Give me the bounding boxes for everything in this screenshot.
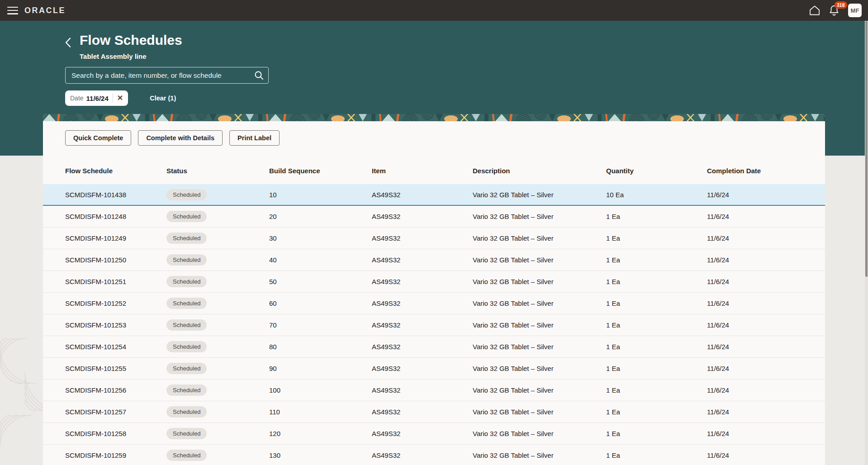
status-badge: Scheduled <box>166 319 207 331</box>
cell-status: Scheduled <box>166 406 269 418</box>
cell-status: Scheduled <box>166 254 269 266</box>
cell-description: Vario 32 GB Tablet – Silver <box>473 408 606 416</box>
cell-status: Scheduled <box>166 341 269 352</box>
cell-quantity: 1 Ea <box>606 321 707 329</box>
cell-description: Vario 32 GB Tablet – Silver <box>473 430 606 437</box>
page-subtitle: Tablet Assembly line <box>80 52 147 60</box>
notifications-bell-icon[interactable]: 318 <box>829 5 839 16</box>
table-row[interactable]: SCMDISFM-101258 Scheduled 120 AS49S32 Va… <box>43 423 825 445</box>
cell-build-sequence: 40 <box>269 256 372 264</box>
home-icon[interactable] <box>809 5 820 15</box>
clear-filters-link[interactable]: Clear (1) <box>150 95 176 102</box>
menu-icon[interactable] <box>7 7 18 14</box>
chip-divider <box>113 94 113 103</box>
cell-flow-schedule: SCMDISFM-101253 <box>65 321 166 329</box>
topbar: ORACLE 318 MF <box>0 0 868 21</box>
filter-chip-label: Date <box>70 95 84 102</box>
table-row[interactable]: SCMDISFM-101254 Scheduled 80 AS49S32 Var… <box>43 336 825 358</box>
col-quantity: Quantity <box>606 167 707 175</box>
cell-description: Vario 32 GB Tablet – Silver <box>473 386 606 394</box>
search-input[interactable] <box>65 67 269 84</box>
cell-description: Vario 32 GB Tablet – Silver <box>473 343 606 351</box>
cell-item: AS49S32 <box>372 191 473 199</box>
cell-quantity: 1 Ea <box>606 299 707 307</box>
close-icon[interactable]: ✕ <box>117 95 123 102</box>
cell-status: Scheduled <box>166 450 269 461</box>
cell-description: Vario 32 GB Tablet – Silver <box>473 299 606 307</box>
cell-quantity: 1 Ea <box>606 343 707 351</box>
cell-quantity: 10 Ea <box>606 191 707 199</box>
cell-description: Vario 32 GB Tablet – Silver <box>473 365 606 372</box>
page-title: Flow Schedules <box>80 33 182 48</box>
oracle-logo[interactable]: ORACLE <box>24 6 66 15</box>
cell-completion-date: 11/6/24 <box>707 408 825 416</box>
cell-quantity: 1 Ea <box>606 234 707 242</box>
cell-build-sequence: 110 <box>269 408 372 416</box>
table-row[interactable]: SCMDISFM-101253 Scheduled 70 AS49S32 Var… <box>43 314 825 336</box>
cell-quantity: 1 Ea <box>606 408 707 416</box>
cell-flow-schedule: SCMDISFM-101255 <box>65 365 166 372</box>
cell-build-sequence: 10 <box>269 191 372 199</box>
avatar[interactable]: MF <box>848 4 862 17</box>
complete-with-details-button[interactable]: Complete with Details <box>138 130 223 146</box>
cell-flow-schedule: SCMDISFM-101252 <box>65 299 166 307</box>
notification-count-badge: 318 <box>835 1 847 9</box>
scrollbar <box>865 21 868 465</box>
cell-completion-date: 11/6/24 <box>707 321 825 329</box>
table-row[interactable]: SCMDISFM-101251 Scheduled 50 AS49S32 Var… <box>43 271 825 293</box>
cell-build-sequence: 50 <box>269 278 372 285</box>
table-row[interactable]: SCMDISFM-101259 Scheduled 130 AS49S32 Va… <box>43 445 825 465</box>
cell-quantity: 1 Ea <box>606 430 707 437</box>
cell-completion-date: 11/6/24 <box>707 234 825 242</box>
cell-quantity: 1 Ea <box>606 213 707 220</box>
cell-build-sequence: 70 <box>269 321 372 329</box>
cell-description: Vario 32 GB Tablet – Silver <box>473 256 606 264</box>
cell-build-sequence: 80 <box>269 343 372 351</box>
cell-status: Scheduled <box>166 428 269 439</box>
cell-flow-schedule: SCMDISFM-101249 <box>65 234 166 242</box>
cell-flow-schedule: SCMDISFM-101258 <box>65 430 166 437</box>
back-icon[interactable] <box>62 37 73 48</box>
cell-flow-schedule: SCMDISFM-101257 <box>65 408 166 416</box>
cell-item: AS49S32 <box>372 408 473 416</box>
cell-completion-date: 11/6/24 <box>707 386 825 394</box>
cell-item: AS49S32 <box>372 365 473 372</box>
cell-item: AS49S32 <box>372 321 473 329</box>
cell-item: AS49S32 <box>372 386 473 394</box>
cell-build-sequence: 90 <box>269 365 372 372</box>
table-row[interactable]: SCMDISFM-101255 Scheduled 90 AS49S32 Var… <box>43 358 825 380</box>
table-row[interactable]: SCMDISFM-101250 Scheduled 40 AS49S32 Var… <box>43 249 825 271</box>
cell-completion-date: 11/6/24 <box>707 256 825 264</box>
print-label-button[interactable]: Print Label <box>229 130 280 146</box>
filter-chip-date[interactable]: Date 11/6/24 ✕ <box>65 90 128 106</box>
col-completion-date: Completion Date <box>707 167 825 175</box>
table-row[interactable]: SCMDISFM-101248 Scheduled 20 AS49S32 Var… <box>43 206 825 228</box>
status-badge: Scheduled <box>166 232 207 244</box>
search-icon[interactable] <box>254 71 264 82</box>
status-badge: Scheduled <box>166 363 207 374</box>
table-row[interactable]: SCMDISFM-101438 Scheduled 10 AS49S32 Var… <box>43 184 825 206</box>
quick-complete-button[interactable]: Quick Complete <box>65 130 131 146</box>
cell-completion-date: 11/6/24 <box>707 451 825 459</box>
cell-completion-date: 11/6/24 <box>707 278 825 285</box>
cell-description: Vario 32 GB Tablet – Silver <box>473 191 606 199</box>
table-row[interactable]: SCMDISFM-101256 Scheduled 100 AS49S32 Va… <box>43 380 825 401</box>
table-row[interactable]: SCMDISFM-101249 Scheduled 30 AS49S32 Var… <box>43 228 825 249</box>
cell-item: AS49S32 <box>372 299 473 307</box>
cell-flow-schedule: SCMDISFM-101438 <box>65 191 166 199</box>
cell-quantity: 1 Ea <box>606 386 707 394</box>
status-badge: Scheduled <box>166 341 207 352</box>
cell-item: AS49S32 <box>372 430 473 437</box>
cell-quantity: 1 Ea <box>606 256 707 264</box>
table-row[interactable]: SCMDISFM-101252 Scheduled 60 AS49S32 Var… <box>43 293 825 314</box>
filter-chip-value: 11/6/24 <box>86 95 109 102</box>
scrollbar-thumb[interactable] <box>865 21 868 277</box>
cell-build-sequence: 20 <box>269 213 372 220</box>
cell-flow-schedule: SCMDISFM-101250 <box>65 256 166 264</box>
status-badge: Scheduled <box>166 384 207 396</box>
cell-status: Scheduled <box>166 363 269 374</box>
cell-completion-date: 11/6/24 <box>707 365 825 372</box>
flow-schedules-card: Quick Complete Complete with Details Pri… <box>43 114 825 465</box>
table-row[interactable]: SCMDISFM-101257 Scheduled 110 AS49S32 Va… <box>43 401 825 423</box>
cell-flow-schedule: SCMDISFM-101256 <box>65 386 166 394</box>
